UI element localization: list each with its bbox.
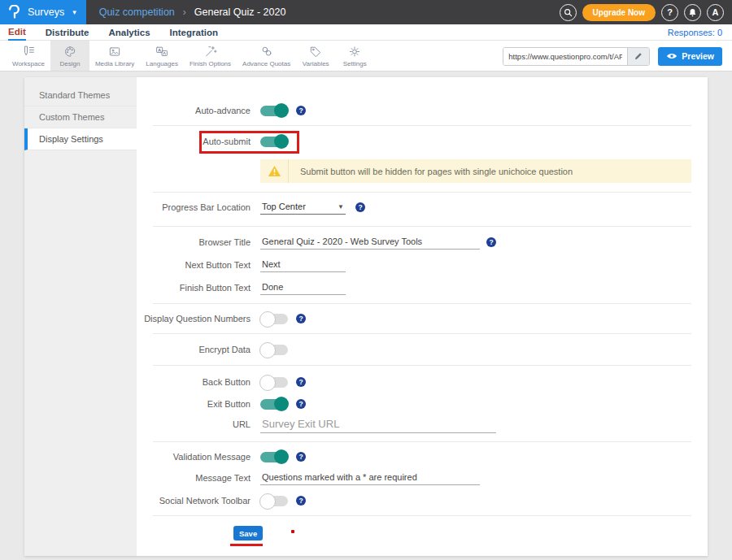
toolbar-item-variables[interactable]: Variables bbox=[296, 41, 335, 71]
browser-title-input[interactable] bbox=[260, 235, 480, 250]
encrypt-data-toggle[interactable] bbox=[260, 345, 288, 355]
display-settings-panel: Auto-advance ? Auto-submit Submit button… bbox=[137, 77, 708, 556]
toolbar-item-settings[interactable]: Settings bbox=[335, 41, 374, 71]
section-divider bbox=[153, 515, 691, 516]
workspace-icon bbox=[20, 45, 37, 59]
search-button[interactable] bbox=[560, 4, 577, 21]
palette-icon bbox=[62, 45, 78, 59]
design-toolbar: Workspace Design Media Library Languages… bbox=[0, 41, 732, 72]
exit-button-row: Exit Button ? bbox=[137, 393, 708, 415]
display-question-numbers-help-icon[interactable]: ? bbox=[296, 314, 306, 323]
auto-advance-row: Auto-advance ? bbox=[137, 100, 708, 121]
design-sidebar: Standard Themes Custom Themes Display Se… bbox=[24, 77, 137, 556]
share-url-group bbox=[503, 47, 650, 66]
display-question-numbers-label: Display Question Numbers bbox=[137, 314, 251, 323]
auto-advance-label: Auto-advance bbox=[137, 106, 251, 115]
breadcrumb: Quiz competition › General Quiz - 2020 bbox=[99, 7, 286, 18]
social-network-toolbar-row: Social Network Toolbar ? bbox=[137, 490, 708, 511]
next-button-text-row: Next Button Text bbox=[137, 254, 708, 276]
display-question-numbers-toggle[interactable] bbox=[260, 314, 288, 324]
bell-icon bbox=[688, 8, 697, 17]
validation-message-toggle[interactable] bbox=[260, 452, 288, 462]
preview-label: Preview bbox=[682, 51, 714, 61]
questionpro-logo-icon bbox=[8, 5, 21, 20]
toolbar-item-design[interactable]: Design bbox=[50, 41, 89, 71]
exit-url-input[interactable] bbox=[260, 416, 496, 433]
breadcrumb-folder[interactable]: Quiz competition bbox=[99, 7, 175, 18]
sidebar-item-display-settings[interactable]: Display Settings bbox=[24, 128, 137, 150]
social-network-toolbar-toggle[interactable] bbox=[260, 496, 288, 506]
next-button-text-input[interactable] bbox=[260, 258, 346, 272]
survey-tab-bar: Edit Distribute Analytics Integration Re… bbox=[0, 24, 732, 41]
avatar[interactable]: A bbox=[707, 4, 724, 21]
encrypt-data-row: Encrypt Data bbox=[137, 339, 708, 360]
product-menu[interactable]: Surveys ▾ bbox=[0, 0, 86, 24]
preview-button[interactable]: Preview bbox=[658, 47, 722, 66]
help-button[interactable]: ? bbox=[661, 4, 678, 21]
breadcrumb-survey-title: General Quiz - 2020 bbox=[194, 7, 286, 18]
warning-triangle-icon bbox=[260, 165, 288, 177]
eye-icon bbox=[666, 52, 678, 60]
auto-submit-toggle[interactable] bbox=[260, 137, 288, 147]
toolbar-right: Preview bbox=[503, 41, 722, 72]
save-button[interactable]: Save bbox=[233, 526, 263, 540]
message-text-input[interactable] bbox=[260, 471, 480, 485]
progress-bar-location-select[interactable]: Top Center ▼ bbox=[260, 200, 346, 215]
annotation-underline bbox=[230, 544, 263, 546]
exit-button-help-icon[interactable]: ? bbox=[296, 399, 306, 409]
share-url-input[interactable] bbox=[503, 48, 627, 65]
auto-submit-label: Auto-submit bbox=[137, 137, 251, 146]
tag-icon bbox=[307, 45, 324, 59]
gear-icon bbox=[346, 45, 363, 59]
section-divider bbox=[153, 303, 691, 304]
toolbar-item-finish-options[interactable]: Finish Options bbox=[184, 41, 237, 71]
responses-count[interactable]: Responses: 0 bbox=[668, 28, 722, 37]
sidebar-item-standard-themes[interactable]: Standard Themes bbox=[24, 85, 137, 106]
tab-edit[interactable]: Edit bbox=[8, 24, 26, 41]
next-button-text-label: Next Button Text bbox=[137, 260, 251, 270]
display-question-numbers-row: Display Question Numbers ? bbox=[137, 308, 708, 329]
message-text-row: Message Text bbox=[137, 467, 708, 488]
tab-integration[interactable]: Integration bbox=[170, 25, 218, 40]
validation-message-row: Validation Message ? bbox=[137, 446, 708, 467]
select-caret-icon: ▼ bbox=[338, 203, 344, 211]
browser-title-label: Browser Title bbox=[137, 237, 251, 247]
finish-button-text-input[interactable] bbox=[260, 280, 346, 295]
back-button-toggle[interactable] bbox=[260, 377, 288, 388]
validation-message-help-icon[interactable]: ? bbox=[296, 452, 306, 462]
section-divider bbox=[153, 125, 691, 126]
toolbar-item-languages[interactable]: Languages bbox=[140, 41, 184, 71]
progress-bar-location-value: Top Center bbox=[262, 202, 306, 211]
back-button-label: Back Button bbox=[137, 377, 251, 387]
annotation-dot bbox=[291, 530, 294, 533]
progress-bar-location-row: Progress Bar Location Top Center ▼ ? bbox=[137, 197, 708, 218]
back-button-help-icon[interactable]: ? bbox=[296, 377, 306, 387]
section-divider bbox=[153, 365, 691, 366]
section-divider bbox=[153, 192, 691, 193]
toolbar-item-advance-quotas[interactable]: Advance Quotas bbox=[237, 41, 296, 71]
finish-button-text-label: Finish Button Text bbox=[137, 283, 251, 293]
toolbar-item-media-library[interactable]: Media Library bbox=[89, 41, 140, 71]
design-settings-card: Standard Themes Custom Themes Display Se… bbox=[24, 77, 708, 556]
toolbar-item-workspace[interactable]: Workspace bbox=[7, 41, 50, 71]
encrypt-data-label: Encrypt Data bbox=[137, 345, 251, 354]
exit-url-label: URL bbox=[137, 419, 251, 429]
progress-bar-location-help-icon[interactable]: ? bbox=[355, 202, 365, 212]
upgrade-now-button[interactable]: Upgrade Now bbox=[582, 4, 656, 21]
exit-button-toggle[interactable] bbox=[260, 399, 288, 410]
validation-message-label: Validation Message bbox=[137, 452, 251, 462]
notifications-button[interactable] bbox=[684, 4, 701, 21]
exit-button-label: Exit Button bbox=[137, 399, 251, 409]
image-icon bbox=[107, 45, 123, 59]
exit-url-row: URL bbox=[137, 414, 708, 435]
auto-advance-help-icon[interactable]: ? bbox=[296, 106, 306, 115]
auto-submit-row: Auto-submit bbox=[137, 131, 708, 152]
sidebar-item-custom-themes[interactable]: Custom Themes bbox=[24, 106, 137, 128]
edit-url-button[interactable] bbox=[627, 48, 649, 65]
auto-advance-toggle[interactable] bbox=[260, 106, 288, 116]
browser-title-help-icon[interactable]: ? bbox=[486, 237, 496, 247]
social-network-toolbar-label: Social Network Toolbar bbox=[137, 496, 251, 506]
social-network-toolbar-help-icon[interactable]: ? bbox=[296, 496, 306, 506]
tab-distribute[interactable]: Distribute bbox=[46, 25, 89, 40]
tab-analytics[interactable]: Analytics bbox=[108, 25, 150, 40]
